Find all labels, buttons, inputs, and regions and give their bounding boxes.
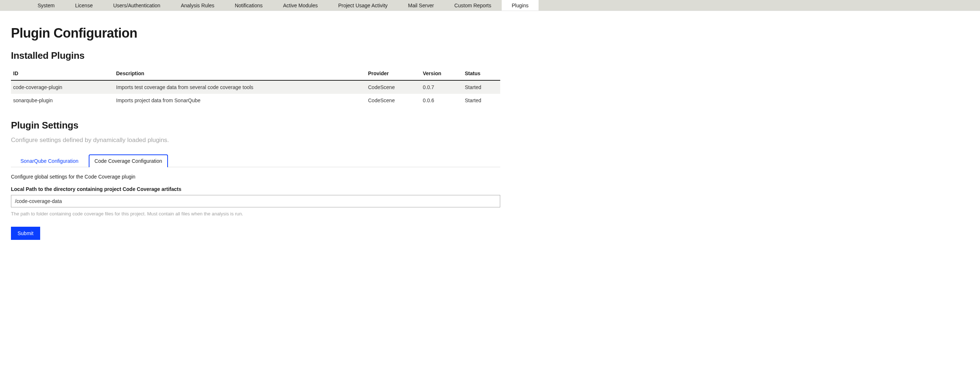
settings-subtabs: SonarQube ConfigurationCode Coverage Con… [11, 154, 500, 167]
nav-item-plugins[interactable]: Plugins [502, 0, 539, 11]
submit-button[interactable]: Submit [11, 227, 40, 240]
page-content: Plugin Configuration Installed Plugins I… [0, 11, 511, 251]
nav-item-custom-reports[interactable]: Custom Reports [444, 0, 501, 11]
table-row: sonarqube-pluginImports project data fro… [11, 94, 500, 107]
cell-description: Imports project data from SonarQube [113, 94, 365, 107]
cell-version: 0.0.6 [420, 94, 462, 107]
col-header-id: ID [11, 67, 113, 80]
nav-item-system[interactable]: System [27, 0, 65, 11]
nav-item-users-authentication[interactable]: Users/Authentication [103, 0, 170, 11]
local-path-help: The path to folder containing code cover… [11, 211, 500, 217]
cell-status: Started [462, 80, 500, 94]
cell-id: sonarqube-plugin [11, 94, 113, 107]
plugin-settings-heading: Plugin Settings [11, 120, 500, 131]
col-header-version: Version [420, 67, 462, 80]
local-path-input[interactable] [11, 195, 500, 207]
col-header-provider: Provider [365, 67, 420, 80]
plugins-table-body: code-coverage-pluginImports test coverag… [11, 80, 500, 107]
table-row: code-coverage-pluginImports test coverag… [11, 80, 500, 94]
cell-status: Started [462, 94, 500, 107]
top-nav: SystemLicenseUsers/AuthenticationAnalysi… [0, 0, 980, 11]
col-header-status: Status [462, 67, 500, 80]
cell-id: code-coverage-plugin [11, 80, 113, 94]
local-path-label: Local Path to the directory containing p… [11, 186, 500, 192]
installed-plugins-heading: Installed Plugins [11, 50, 500, 61]
cell-version: 0.0.7 [420, 80, 462, 94]
subtab-sonarqube-configuration[interactable]: SonarQube Configuration [14, 154, 84, 167]
nav-item-active-modules[interactable]: Active Modules [273, 0, 328, 11]
nav-item-analysis-rules[interactable]: Analysis Rules [170, 0, 224, 11]
nav-item-project-usage-activity[interactable]: Project Usage Activity [328, 0, 398, 11]
cell-provider: CodeScene [365, 80, 420, 94]
plugin-settings-subtitle: Configure settings defined by dynamicall… [11, 137, 500, 144]
col-header-description: Description [113, 67, 365, 80]
nav-item-mail-server[interactable]: Mail Server [398, 0, 444, 11]
cell-provider: CodeScene [365, 94, 420, 107]
nav-item-license[interactable]: License [65, 0, 103, 11]
cell-description: Imports test coverage data from several … [113, 80, 365, 94]
settings-panel-description: Configure global settings for the Code C… [11, 174, 500, 180]
page-title: Plugin Configuration [11, 25, 500, 41]
subtab-code-coverage-configuration[interactable]: Code Coverage Configuration [89, 154, 168, 167]
nav-item-notifications[interactable]: Notifications [224, 0, 273, 11]
installed-plugins-table: ID Description Provider Version Status c… [11, 67, 500, 107]
